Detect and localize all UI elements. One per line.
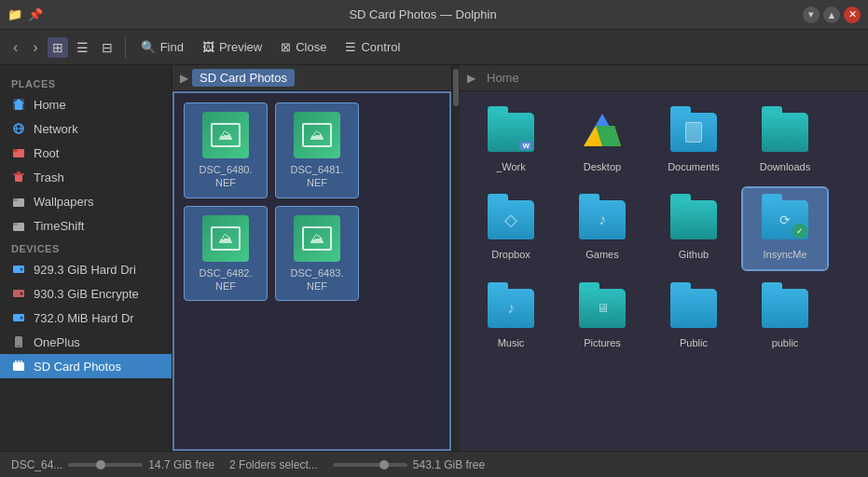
desktop-folder-shape [579,109,626,156]
desktop-folder-icon [578,108,627,157]
content-area: ▶ SD Card Photos DSC_6480.NEF DSC [172,65,868,451]
view-icons-button[interactable]: ⊞ [48,37,68,58]
menu-icon: ☰ [345,40,356,54]
games-label: Games [586,248,618,261]
view-list-button[interactable]: ☰ [72,37,93,58]
find-button[interactable]: 🔍 Find [133,36,191,58]
sidebar-item-hdd3[interactable]: 732.0 MiB Hard Dr [0,306,172,330]
right-slider[interactable] [333,463,407,467]
minimize-button[interactable]: ▾ [803,7,820,23]
view-compact-button[interactable]: ⊟ [97,37,117,58]
pictures-folder-shape: 🖥 [579,289,626,328]
folder-dropbox[interactable]: ◇ Dropbox [469,188,553,268]
sidebar-item-sdcard[interactable]: SD Card Photos [0,354,172,378]
left-breadcrumb-item[interactable]: SD Card Photos [192,69,295,87]
hdd1-icon [11,262,26,277]
svg-rect-12 [13,198,18,201]
pin-icon: 📌 [28,7,43,21]
folder-games[interactable]: ♪ Games [560,188,644,268]
sidebar-item-root[interactable]: Root [0,141,172,165]
right-breadcrumb-item[interactable]: Home [479,69,527,87]
folder-pictures[interactable]: 🖥 Pictures [560,277,644,357]
svg-rect-10 [17,171,21,173]
sidebar-item-trash[interactable]: Trash [0,165,172,189]
sidebar-item-home[interactable]: Home [0,92,172,116]
panels: ▶ SD Card Photos DSC_6480.NEF DSC [172,65,868,451]
oneplus-icon [11,334,26,349]
current-file-name: DSC_64... [11,458,62,471]
maximize-button[interactable]: ▲ [823,7,840,23]
left-panel: ▶ SD Card Photos DSC_6480.NEF DSC [172,65,452,451]
file-item-dsc6480[interactable]: DSC_6480.NEF [184,102,268,198]
sidebar-item-hdd2[interactable]: 930.3 GiB Encrypte [0,281,172,306]
toolbar: ‹ › ⊞ ☰ ⊟ 🔍 Find 🖼 Preview ⊠ Close ☰ Con… [0,30,868,65]
back-button[interactable]: ‹ [7,37,23,58]
devices-section-title: Devices [0,238,172,257]
folder-desktop[interactable]: Desktop [560,101,644,181]
folder-public2[interactable]: public [743,277,827,357]
games-icon-inner: ♪ [599,211,606,228]
sidebar-item-oneplus[interactable]: OnePlus [0,330,172,354]
left-breadcrumb-arrow: ▶ [180,72,188,85]
file-icon-dsc6481 [293,111,341,159]
nef-thumbnail-2 [294,112,340,158]
control-button[interactable]: ☰ Control [338,36,407,58]
public2-label: public [772,336,799,349]
svg-rect-9 [13,173,24,175]
svg-rect-1 [15,102,22,110]
pictures-label: Pictures [584,336,621,349]
left-slider[interactable] [68,463,143,467]
folder-public[interactable]: Public [652,277,736,357]
github-folder-shape [670,200,717,239]
sidebar-item-sdcard-label: SD Card Photos [34,360,121,374]
work-label: _Work [496,160,526,173]
timeshift-icon [11,218,26,233]
network-icon [11,121,26,136]
close-panel-button[interactable]: ⊠ Close [273,36,334,58]
left-breadcrumb-bar: ▶ SD Card Photos [172,65,451,91]
folder-github[interactable]: Github [652,188,736,268]
folder-documents[interactable]: Documents [652,101,736,181]
downloads-folder-icon [761,108,809,157]
main-area: Places Home Network [0,65,868,451]
panel-scrollbar[interactable] [452,65,460,451]
sidebar-item-root-label: Root [34,146,59,160]
sidebar-item-timeshift[interactable]: TimeShift [0,213,172,238]
nef-thumbnail-4 [294,215,340,262]
file-label-dsc6481: DSC_6481.NEF [291,163,344,190]
sidebar: Places Home Network [0,65,172,451]
insync-label: InsyncMe [763,248,806,261]
sidebar-item-hdd1[interactable]: 929.3 GiB Hard Dri [0,257,172,281]
root-icon [11,145,26,160]
folder-downloads[interactable]: Downloads [743,101,827,181]
games-folder-shape: ♪ [579,200,626,239]
work-folder-shape: W [488,113,534,152]
window-title: SD Card Photos — Dolphin [43,7,803,21]
forward-button[interactable]: › [27,37,43,58]
music-folder-icon: ♪ [487,284,535,333]
status-left: DSC_64... 14.7 GiB free [11,458,214,471]
hdd2-icon [11,286,26,301]
sidebar-item-network[interactable]: Network [0,116,172,141]
nef-thumbnail [202,112,249,158]
docs-inner-icon [685,122,702,143]
svg-rect-24 [15,361,17,364]
file-label-dsc6482: DSC_6482.NEF [200,266,253,293]
sidebar-item-wallpapers[interactable]: Wallpapers [0,189,172,213]
folder-work[interactable]: W _Work [469,101,553,181]
svg-rect-8 [15,174,22,182]
insync-icon-inner: ⟳ [779,212,791,227]
preview-button[interactable]: 🖼 Preview [195,36,269,58]
preview-label: Preview [219,40,262,54]
close-button[interactable]: ✕ [844,7,861,23]
documents-folder-icon [669,108,718,157]
sidebar-item-hdd2-label: 930.3 GiB Encrypte [34,287,139,301]
svg-rect-25 [18,361,20,364]
folder-insync[interactable]: ⟳ ✓ InsyncMe [743,188,827,268]
file-item-dsc6481[interactable]: DSC_6481.NEF [275,102,359,198]
sidebar-item-home-label: Home [34,98,66,112]
file-item-dsc6483[interactable]: DSC_6483.NEF [275,206,359,302]
file-item-dsc6482[interactable]: DSC_6482.NEF [184,206,268,302]
folder-music[interactable]: ♪ Music [469,277,553,357]
sidebar-item-oneplus-label: OnePlus [34,335,80,349]
